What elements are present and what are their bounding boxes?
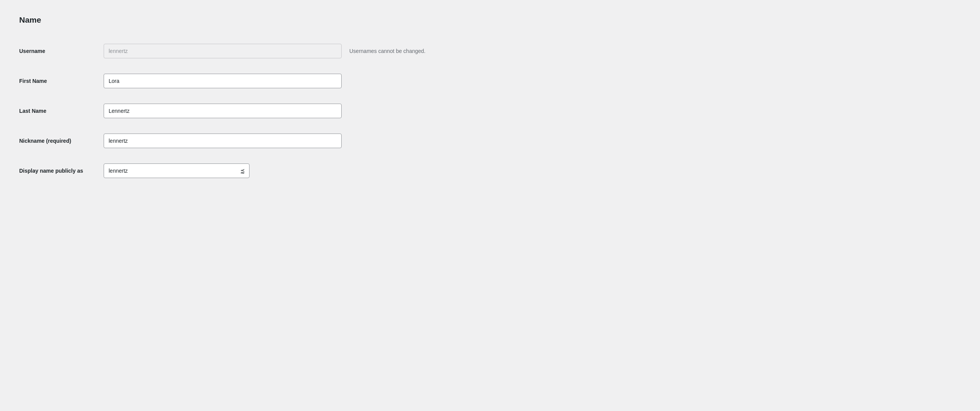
last-name-label: Last Name <box>19 108 46 114</box>
section-title: Name <box>19 15 441 25</box>
profile-form-table: Username Usernames cannot be changed. Fi… <box>19 36 441 186</box>
username-note: Usernames cannot be changed. <box>349 48 425 54</box>
last-name-row: Last Name <box>19 96 441 126</box>
display-name-select-wrapper: lennertz Lora Lennertz Lora Lennertz ⪷ <box>104 163 250 178</box>
username-field-wrapper: Usernames cannot be changed. <box>104 44 441 58</box>
nickname-label: Nickname (required) <box>19 138 71 144</box>
first-name-input[interactable] <box>104 74 342 88</box>
last-name-input[interactable] <box>104 104 342 118</box>
nickname-row: Nickname (required) <box>19 126 441 156</box>
display-name-select[interactable]: lennertz Lora Lennertz Lora Lennertz <box>104 163 250 178</box>
display-name-label: Display name publicly as <box>19 168 83 174</box>
first-name-label: First Name <box>19 78 47 84</box>
username-input <box>104 44 342 58</box>
first-name-row: First Name <box>19 66 441 96</box>
display-name-row: Display name publicly as lennertz Lora L… <box>19 156 441 186</box>
username-label: Username <box>19 48 45 54</box>
name-section: Name Username Usernames cannot be change… <box>19 15 441 186</box>
username-row: Username Usernames cannot be changed. <box>19 36 441 66</box>
nickname-input[interactable] <box>104 134 342 148</box>
